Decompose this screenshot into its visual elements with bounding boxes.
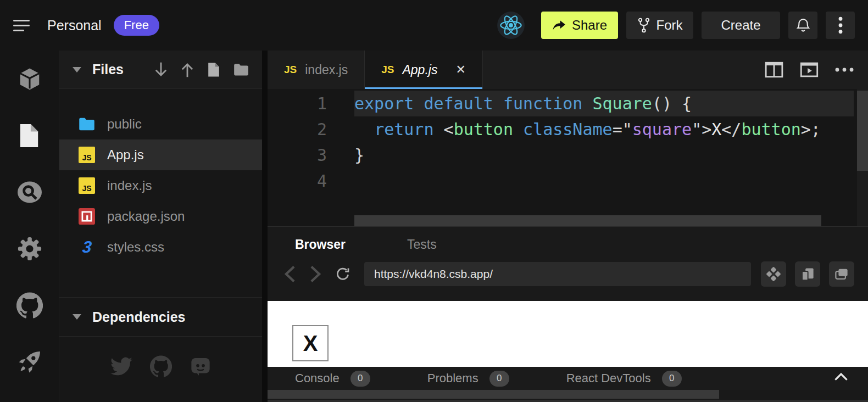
count-badge: 0 <box>662 371 682 387</box>
code-text: return <button className="square">X</but… <box>354 116 854 142</box>
console-tab-label: Console <box>295 371 340 386</box>
browser-tabs: BrowserTests <box>268 227 868 253</box>
url-bar[interactable]: https://vkd4n8.csb.app/ <box>364 262 751 286</box>
file-row-app-js[interactable]: JSApp.js <box>59 139 262 170</box>
file-name: styles.css <box>107 239 164 255</box>
browser-tab-tests[interactable]: Tests <box>404 237 440 253</box>
responsive-mode-icon[interactable] <box>795 261 820 287</box>
fork-icon <box>637 18 650 33</box>
js-icon: JS <box>78 147 96 163</box>
file-row-public[interactable]: public <box>59 109 262 139</box>
code-editor[interactable]: 1export default function Square() {2 ret… <box>268 89 868 226</box>
split-view-icon[interactable] <box>765 62 783 78</box>
share-button[interactable]: Share <box>541 12 618 39</box>
react-logo-icon <box>497 11 525 40</box>
console-bar: Console0Problems0React DevTools0 <box>268 367 868 390</box>
folder-icon <box>78 117 96 131</box>
code-lines: 1export default function Square() {2 ret… <box>268 91 868 194</box>
console-tab-react-devtools[interactable]: React DevTools0 <box>563 370 685 387</box>
count-badge: 0 <box>350 371 370 387</box>
tab-label: App.js <box>402 63 437 77</box>
count-badge: 0 <box>489 371 509 387</box>
expand-console-icon[interactable] <box>831 371 852 384</box>
files-section-title: Files <box>92 62 124 77</box>
editor-more-icon[interactable] <box>835 68 854 72</box>
bell-icon <box>795 17 811 34</box>
panel-resizer[interactable] <box>262 51 268 402</box>
square-button[interactable]: X <box>292 325 329 361</box>
menu-icon[interactable] <box>13 20 32 31</box>
sandbox-info-icon[interactable] <box>761 261 786 287</box>
files-section-header[interactable]: Files <box>59 51 262 89</box>
twitter-icon[interactable] <box>110 355 132 377</box>
line-number: 3 <box>268 142 327 168</box>
code-line-4[interactable]: 4 <box>268 168 868 194</box>
kebab-menu-icon <box>838 16 843 35</box>
js-icon: JS <box>381 64 394 76</box>
github-link-icon[interactable] <box>150 355 172 377</box>
open-in-new-window-icon[interactable] <box>829 261 854 287</box>
collapse-chevron-icon <box>73 67 81 72</box>
file-row-package-json[interactable]: package.json <box>59 201 262 232</box>
forward-icon[interactable] <box>309 265 321 283</box>
console-tab-problems[interactable]: Problems0 <box>424 370 513 387</box>
social-links <box>59 355 262 377</box>
bottom-hscrollbar[interactable] <box>268 390 719 399</box>
new-folder-icon[interactable] <box>233 63 249 76</box>
js-icon: JS <box>78 177 96 194</box>
create-button[interactable]: Create <box>702 12 780 39</box>
notifications-button[interactable] <box>788 12 817 39</box>
browser-panel-header: BrowserTests https://vkd4n8.csb.app/ <box>268 226 868 301</box>
sandbox-cube-icon[interactable] <box>0 51 59 107</box>
back-icon[interactable] <box>284 265 296 283</box>
editor-tab-bar: JSindex.jsJSApp.js✕ <box>268 51 868 89</box>
upload-icon[interactable] <box>181 62 194 78</box>
code-text <box>354 168 854 194</box>
close-tab-icon[interactable]: ✕ <box>455 63 465 77</box>
file-row-styles-css[interactable]: 3styles.css <box>59 232 262 263</box>
top-bar-right: Share Fork Create <box>497 11 855 40</box>
editor-tab-app-js[interactable]: JSApp.js✕ <box>365 51 483 89</box>
editor-tabs: JSindex.jsJSApp.js✕ <box>268 51 483 89</box>
file-name: package.json <box>107 209 185 224</box>
discord-icon[interactable] <box>190 355 212 377</box>
collapse-chevron-icon <box>73 314 81 320</box>
refresh-icon[interactable] <box>335 266 351 282</box>
editor-tab-index-js[interactable]: JSindex.js <box>268 51 365 89</box>
plan-badge: Free <box>114 15 159 36</box>
preview-actions <box>761 261 854 287</box>
activity-bar <box>0 51 59 402</box>
browser-preview: X <box>268 301 868 367</box>
browser-navigation: https://vkd4n8.csb.app/ <box>268 261 868 287</box>
file-name: public <box>107 116 142 132</box>
dependencies-section-header[interactable]: Dependencies <box>59 297 262 337</box>
files-panel-icon[interactable] <box>0 107 59 164</box>
download-icon[interactable] <box>154 62 168 78</box>
code-line-1[interactable]: 1export default function Square() { <box>268 91 868 116</box>
code-line-3[interactable]: 3} <box>268 142 868 168</box>
bottom-strip <box>268 400 868 402</box>
line-number: 4 <box>268 168 327 194</box>
console-tab-console[interactable]: Console0 <box>292 370 374 387</box>
more-options-button[interactable] <box>826 12 855 39</box>
search-icon[interactable] <box>0 164 59 220</box>
deploy-rocket-icon[interactable] <box>0 333 59 390</box>
github-icon[interactable] <box>0 277 59 333</box>
browser-tab-browser[interactable]: Browser <box>292 237 349 253</box>
workspace-name: Personal <box>47 18 102 34</box>
editor-vscrollbar[interactable] <box>857 91 868 171</box>
top-bar-left: Personal Free <box>13 15 159 36</box>
bottom-scroll-area <box>268 390 868 402</box>
editor-hscrollbar[interactable] <box>354 215 821 226</box>
code-text: export default function Square() { <box>354 91 854 116</box>
npm-icon <box>78 208 96 225</box>
new-file-icon[interactable] <box>207 62 220 77</box>
code-line-2[interactable]: 2 return <button className="square">X</b… <box>268 116 868 142</box>
preview-panel-icon[interactable] <box>800 62 819 77</box>
file-list: publicJSApp.jsJSindex.jspackage.json3sty… <box>59 109 262 263</box>
fork-button[interactable]: Fork <box>626 12 693 39</box>
file-row-index-js[interactable]: JSindex.js <box>59 170 262 201</box>
settings-gear-icon[interactable] <box>0 220 59 277</box>
codesandbox-app: Personal Free Share Fork Create <box>0 0 868 402</box>
fork-label: Fork <box>656 18 683 33</box>
